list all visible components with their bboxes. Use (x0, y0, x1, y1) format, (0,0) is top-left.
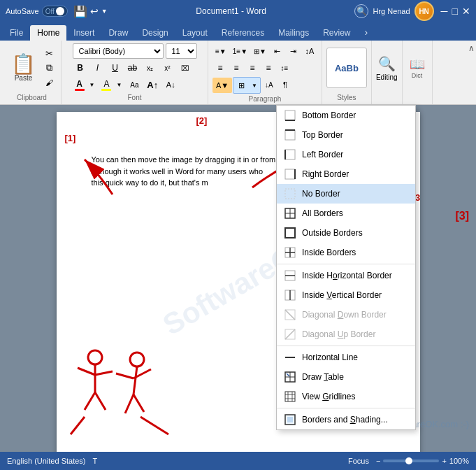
doc-text-line3: this quick way to do it, but that's m (92, 178, 208, 187)
text-color-button[interactable]: A (73, 78, 87, 92)
ribbon-tabs: File Home Insert Draw Design Layout Refe… (0, 22, 476, 41)
tab-more[interactable]: › (358, 24, 375, 41)
copy-button[interactable]: ⧉ (41, 61, 57, 75)
dd-top-border[interactable]: Top Border (277, 125, 415, 145)
dd-no-border-label: No Border (302, 189, 340, 199)
focus-button[interactable]: Focus (348, 457, 369, 465)
dd-outside-borders[interactable]: Outside Borders (277, 223, 415, 243)
sort-button[interactable]: ↕A (302, 43, 317, 59)
paragraph-group: ≡▼ 1≡▼ ⊞▼ ⇤ ⇥ ↕A ≡ ≡ ≡ ≡ ↕≡ (208, 41, 322, 104)
dd-bottom-border[interactable]: Bottom Border (277, 106, 415, 125)
zoom-in-button[interactable]: + (442, 457, 446, 465)
search-button[interactable]: 🔍 (354, 4, 368, 18)
dd-left-border[interactable]: Left Border (277, 145, 415, 164)
left-border-icon (284, 148, 296, 161)
outside-borders-icon (284, 227, 296, 239)
numbering-button[interactable]: 1≡▼ (230, 43, 250, 59)
align-buttons-row: ≡ ≡ ≡ ≡ ↕≡ (212, 60, 317, 76)
user-avatar[interactable]: HN (414, 1, 434, 21)
dd-inside-v-border[interactable]: Inside Vertical Border (277, 285, 415, 305)
multilevel-list-button[interactable]: ⊞▼ (251, 43, 269, 59)
svg-rect-17 (285, 130, 295, 140)
subscript-button[interactable]: x₂ (143, 60, 158, 76)
minimize-button[interactable]: ─ (441, 6, 448, 17)
zoom-level[interactable]: 100% (449, 457, 469, 465)
tab-review[interactable]: Review (316, 25, 357, 41)
underline-button[interactable]: U (108, 60, 123, 76)
dict-label: Dict (412, 72, 423, 79)
save-button[interactable]: 💾 (73, 5, 87, 18)
shrink-font-button[interactable]: A↓ (163, 77, 178, 92)
bold-button[interactable]: B (73, 60, 88, 76)
text-color-arrow[interactable]: ▼ (87, 77, 98, 92)
dd-no-border[interactable]: No Border (277, 184, 415, 204)
tab-mailings[interactable]: Mailings (271, 25, 316, 41)
svg-line-8 (116, 373, 134, 378)
paste-button[interactable]: 📋 Paste (7, 53, 40, 83)
increase-indent-button[interactable]: ⇥ (286, 43, 301, 59)
align-left-button[interactable]: ≡ (212, 60, 228, 76)
align-center-button[interactable]: ≡ (229, 60, 244, 76)
undo-button[interactable]: ↩ (90, 6, 99, 17)
dd-horizontal-line[interactable]: Horizontal Line (277, 348, 415, 367)
clear-formatting-button[interactable]: ⌧ (178, 60, 193, 76)
dict-icon[interactable]: 📖 (410, 57, 425, 72)
styles-group: AaBb Styles (322, 41, 372, 104)
status-bar: English (United States) T Focus − + 100% (0, 452, 476, 470)
tab-home[interactable]: Home (30, 25, 66, 41)
shading-group: A▼ (212, 77, 232, 94)
tab-design[interactable]: Design (135, 25, 175, 41)
autosave-toggle[interactable]: Off (42, 6, 68, 17)
ribbon-expand-button[interactable]: ∧ (468, 43, 475, 53)
zoom-out-button[interactable]: − (376, 457, 380, 465)
dd-separator-2 (277, 346, 415, 346)
grow-font-button[interactable]: A↑ (144, 77, 161, 92)
font-size-select[interactable]: 11 (166, 43, 197, 59)
justify-button[interactable]: ≡ (261, 60, 276, 76)
change-case-button[interactable]: Aa (127, 77, 142, 92)
zoom-slider[interactable] (383, 460, 439, 462)
tab-layout[interactable]: Layout (175, 25, 215, 41)
highlight-icon: A (103, 79, 109, 89)
customize-qat-button[interactable]: ▼ (101, 8, 108, 15)
dd-left-border-label: Left Border (302, 150, 343, 159)
borders-dropdown-button[interactable]: ▼ (249, 78, 260, 93)
shading-button[interactable]: A▼ (212, 78, 232, 93)
decrease-indent-button[interactable]: ⇤ (270, 43, 285, 59)
dd-inside-h-border[interactable]: Inside Horizontal Border (277, 266, 415, 285)
dd-inside-borders[interactable]: Inside Borders (277, 243, 415, 262)
borders-group: ⊞ ▼ (233, 77, 261, 94)
align-right-button[interactable]: ≡ (245, 60, 260, 76)
zoom-thumb (405, 457, 412, 464)
bullets-button[interactable]: ≡▼ (212, 43, 229, 59)
diag-up-icon (284, 328, 296, 341)
borders-button[interactable]: ⊞ (233, 78, 249, 93)
font-name-select[interactable]: Calibri (Body) (73, 43, 164, 59)
highlight-arrow[interactable]: ▼ (113, 77, 124, 92)
tab-references[interactable]: References (215, 25, 271, 41)
italic-button[interactable]: I (90, 60, 106, 76)
dd-borders-shading[interactable]: Borders and Shading... (277, 410, 415, 429)
cut-button[interactable]: ✂ (41, 46, 57, 60)
highlight-button[interactable]: A (99, 78, 113, 92)
sort-descending-button[interactable]: ↓A (261, 77, 277, 92)
show-marks-button[interactable]: ¶ (277, 77, 293, 92)
styles-box[interactable]: AaBb (326, 48, 367, 88)
font-group: Calibri (Body) 11 B I U ab x₂ x² ⌧ (62, 41, 208, 104)
svg-rect-41 (285, 392, 295, 401)
dd-all-borders[interactable]: All Borders (277, 204, 415, 223)
tab-insert[interactable]: Insert (66, 25, 101, 41)
dd-right-border[interactable]: Right Border (277, 164, 415, 184)
format-painter-button[interactable]: 🖌 (41, 76, 57, 90)
superscript-button[interactable]: x² (160, 60, 175, 76)
tab-draw[interactable]: Draw (101, 25, 135, 41)
language-indicator[interactable]: English (United States) (7, 457, 86, 465)
maximize-button[interactable]: □ (452, 6, 458, 17)
dd-view-gridlines[interactable]: View Gridlines (277, 387, 415, 406)
mode-indicator: T (93, 457, 98, 465)
dd-draw-table[interactable]: Draw Table (277, 367, 415, 387)
line-spacing-button[interactable]: ↕≡ (277, 60, 292, 76)
tab-file[interactable]: File (3, 25, 30, 41)
close-button[interactable]: ✕ (462, 6, 470, 17)
strikethrough-button[interactable]: ab (125, 60, 140, 76)
